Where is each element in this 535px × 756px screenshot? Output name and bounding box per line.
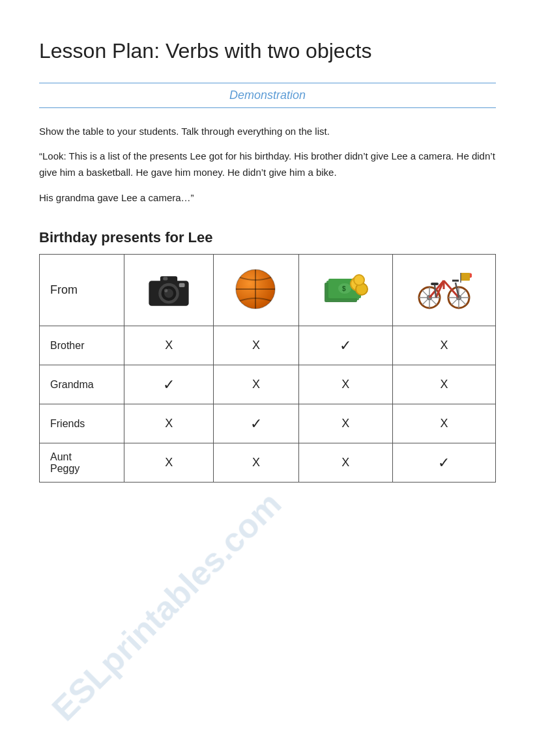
watermark: ESLprintables.com	[44, 484, 289, 728]
cell-value: X	[392, 326, 495, 365]
grandma-line: His grandma gave Lee a camera…”	[39, 190, 496, 206]
header-money: $	[298, 255, 392, 326]
svg-rect-49	[461, 273, 470, 281]
svg-rect-1	[160, 277, 177, 284]
cell-value: X	[298, 443, 392, 483]
money-icon: $	[321, 270, 370, 309]
svg-marker-51	[470, 273, 472, 278]
table-title: Birthday presents for Lee	[39, 229, 496, 246]
camera-icon	[146, 270, 192, 309]
cell-value: X	[124, 326, 214, 365]
cell-value: ✓	[214, 404, 298, 443]
cell-value: X	[214, 443, 298, 483]
svg-line-27	[422, 290, 429, 298]
table-row: Aunt PeggyXXX✓	[40, 443, 496, 483]
cell-value: ✓	[392, 443, 495, 483]
cell-value: X	[392, 404, 495, 443]
cell-value: X	[392, 365, 495, 404]
row-label: Grandma	[40, 365, 124, 404]
cell-value: X	[298, 365, 392, 404]
cell-value: X	[214, 365, 298, 404]
table-row: Grandma✓XXX	[40, 365, 496, 404]
svg-line-39	[452, 298, 459, 305]
svg-point-5	[164, 289, 167, 292]
quote-text: “Look: This is a list of the presents Le…	[39, 148, 496, 181]
cell-value: ✓	[124, 365, 214, 404]
svg-line-45	[435, 285, 436, 298]
row-label: Brother	[40, 326, 124, 365]
bike-icon	[416, 266, 472, 312]
svg-point-20	[354, 275, 364, 285]
page-title: Lesson Plan: Verbs with two objects	[39, 39, 496, 63]
table-row: FriendsX✓XX	[40, 404, 496, 443]
intro-text: Show the table to your students. Talk th…	[39, 124, 496, 139]
table-header-row: From	[40, 255, 496, 326]
header-bike	[392, 255, 495, 326]
svg-line-38	[459, 298, 466, 305]
cell-value: X	[298, 404, 392, 443]
presents-table: From	[39, 254, 496, 483]
svg-line-29	[422, 298, 429, 305]
table-section: Birthday presents for Lee From	[39, 229, 496, 483]
table-row: BrotherXX✓X	[40, 326, 496, 365]
cell-value: X	[214, 326, 298, 365]
svg-rect-6	[179, 283, 185, 287]
svg-rect-7	[163, 277, 167, 280]
cell-value: ✓	[298, 326, 392, 365]
row-label: Friends	[40, 404, 124, 443]
section-header: Demonstration	[39, 83, 496, 108]
basketball-icon	[235, 268, 277, 311]
section-label: Demonstration	[229, 89, 306, 102]
svg-text:$: $	[342, 285, 346, 292]
cell-value: X	[124, 443, 214, 483]
svg-line-40	[459, 290, 466, 298]
from-label: From	[40, 255, 124, 326]
row-label: Aunt Peggy	[40, 443, 124, 483]
header-camera	[124, 255, 214, 326]
svg-line-28	[429, 298, 437, 305]
cell-value: X	[124, 404, 214, 443]
svg-rect-46	[431, 283, 439, 285]
header-basketball	[214, 255, 298, 326]
